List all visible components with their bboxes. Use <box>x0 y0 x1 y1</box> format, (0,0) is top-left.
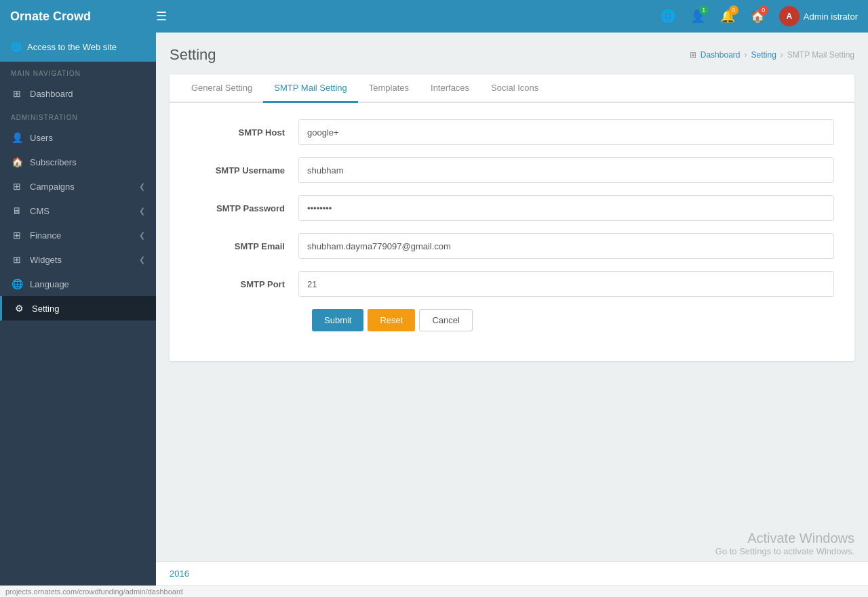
smtp-port-group: SMTP Port <box>190 271 834 297</box>
smtp-email-input[interactable] <box>298 233 834 259</box>
sidebar-item-dashboard[interactable]: ⊞ Dashboard <box>0 81 156 106</box>
tab-general-setting[interactable]: General Setting <box>180 75 263 103</box>
tab-social-icons[interactable]: Social Icons <box>480 75 549 103</box>
help-icon-btn[interactable]: 🌐 <box>656 4 680 28</box>
main-content: Setting ⊞ Dashboard › Setting › SMTP Mai… <box>156 33 868 585</box>
smtp-username-label: SMTP Username <box>190 165 298 176</box>
footer-year: 2016 <box>170 569 189 579</box>
admin-name-label: Admin istrator <box>804 12 858 22</box>
sidebar-cms-label: CMS <box>30 206 50 216</box>
admin-label: ADMINISTRATION <box>0 106 156 125</box>
submit-button[interactable]: Submit <box>312 309 363 331</box>
smtp-port-input[interactable] <box>298 271 834 297</box>
header-icons: 🌐 👤 1 🔔 0 🏠 0 A Admin istrator <box>656 4 858 28</box>
sidebar-widgets-label: Widgets <box>30 255 62 265</box>
bell-badge: 0 <box>729 5 738 15</box>
smtp-port-label: SMTP Port <box>190 279 298 289</box>
top-header: Ornate Crowd ☰ 🌐 👤 1 🔔 0 🏠 0 A Admin ist… <box>0 0 868 33</box>
smtp-password-group: SMTP Password <box>190 195 834 221</box>
layout: 🌐 Access to the Web site MAIN NAVIGATION… <box>0 33 868 585</box>
sidebar: 🌐 Access to the Web site MAIN NAVIGATION… <box>0 33 156 585</box>
hamburger-icon[interactable]: ☰ <box>156 9 167 24</box>
settings-card: General Setting SMTP Mail Setting Templa… <box>170 75 854 361</box>
smtp-host-group: SMTP Host <box>190 119 834 145</box>
page-title: Setting <box>170 46 216 64</box>
finance-chevron-icon: ❮ <box>139 231 145 240</box>
sidebar-users-label: Users <box>30 133 53 143</box>
sidebar-setting-label: Setting <box>32 304 59 314</box>
sidebar-access-link[interactable]: 🌐 Access to the Web site <box>0 33 156 62</box>
page-header: Setting ⊞ Dashboard › Setting › SMTP Mai… <box>170 46 854 64</box>
cms-chevron-icon: ❮ <box>139 207 145 215</box>
smtp-password-label: SMTP Password <box>190 203 298 213</box>
sidebar-campaigns-label: Campaigns <box>30 182 75 192</box>
sidebar-item-widgets[interactable]: ⊞ Widgets ❮ <box>0 247 156 272</box>
sidebar-item-users[interactable]: 👤 Users <box>0 125 156 150</box>
status-bar: projects.ornatets.com/crowdfunding/admin… <box>0 585 868 597</box>
breadcrumb-sep1: › <box>744 50 747 60</box>
cancel-button[interactable]: Cancel <box>419 309 472 331</box>
breadcrumb-setting[interactable]: Setting <box>751 50 776 60</box>
widgets-icon: ⊞ <box>11 254 23 265</box>
sidebar-language-label: Language <box>30 279 69 289</box>
sidebar-item-campaigns[interactable]: ⊞ Campaigns ❮ <box>0 174 156 199</box>
access-label: Access to the Web site <box>27 42 117 52</box>
sidebar-subscribers-label: Subscribers <box>30 157 77 167</box>
globe-icon: 🌐 <box>11 42 22 52</box>
bell-icon-btn[interactable]: 🔔 0 <box>715 4 740 28</box>
cms-icon: 🖥 <box>11 205 23 216</box>
dashboard-icon: ⊞ <box>11 88 23 99</box>
user-icon-btn[interactable]: 👤 1 <box>686 4 710 28</box>
users-icon: 👤 <box>11 132 23 143</box>
setting-icon: ⚙ <box>13 303 25 314</box>
home-badge: 0 <box>759 5 768 15</box>
avatar: A <box>779 6 800 26</box>
sidebar-item-setting[interactable]: ⚙ Setting <box>0 296 156 321</box>
smtp-username-group: SMTP Username <box>190 157 834 183</box>
smtp-password-input[interactable] <box>298 195 834 221</box>
subscribers-icon: 🏠 <box>11 157 23 167</box>
widgets-chevron-icon: ❮ <box>139 255 145 264</box>
settings-tabs: General Setting SMTP Mail Setting Templa… <box>170 75 854 103</box>
main-nav-label: MAIN NAVIGATION <box>0 62 156 81</box>
smtp-host-label: SMTP Host <box>190 127 298 138</box>
main-footer: 2016 <box>156 561 868 585</box>
sidebar-item-finance[interactable]: ⊞ Finance ❮ <box>0 223 156 247</box>
breadcrumb-sep2: › <box>781 50 783 60</box>
admin-user[interactable]: A Admin istrator <box>779 6 858 26</box>
breadcrumb: ⊞ Dashboard › Setting › SMTP Mail Settin… <box>690 50 854 60</box>
smtp-username-input[interactable] <box>298 157 834 183</box>
breadcrumb-dashboard[interactable]: Dashboard <box>701 50 741 60</box>
breadcrumb-current: SMTP Mail Setting <box>787 50 854 60</box>
sidebar-finance-label: Finance <box>30 230 61 241</box>
tab-smtp-mail-setting[interactable]: SMTP Mail Setting <box>263 75 357 103</box>
content-area: Setting ⊞ Dashboard › Setting › SMTP Mai… <box>156 33 868 561</box>
tab-templates[interactable]: Templates <box>358 75 420 103</box>
user-badge: 1 <box>699 5 709 15</box>
brand-name: Ornate Crowd <box>10 9 156 24</box>
sidebar-item-subscribers[interactable]: 🏠 Subscribers <box>0 150 156 174</box>
smtp-email-label: SMTP Email <box>190 241 298 251</box>
campaigns-chevron-icon: ❮ <box>139 182 145 191</box>
status-url: projects.ornatets.com/crowdfunding/admin… <box>5 588 183 596</box>
language-icon: 🌐 <box>11 279 23 289</box>
smtp-form: SMTP Host SMTP Username SMTP Password SM… <box>170 103 854 348</box>
sidebar-item-language[interactable]: 🌐 Language <box>0 272 156 296</box>
help-icon: 🌐 <box>660 9 675 24</box>
home-icon-btn[interactable]: 🏠 0 <box>745 4 770 28</box>
smtp-email-group: SMTP Email <box>190 233 834 259</box>
finance-icon: ⊞ <box>11 230 23 241</box>
smtp-host-input[interactable] <box>298 119 834 145</box>
form-actions: Submit Reset Cancel <box>312 309 834 331</box>
tab-interfaces[interactable]: Interfaces <box>420 75 480 103</box>
reset-button[interactable]: Reset <box>368 309 415 331</box>
breadcrumb-home-icon: ⊞ <box>690 50 696 60</box>
sidebar-dashboard-label: Dashboard <box>30 89 73 99</box>
sidebar-item-cms[interactable]: 🖥 CMS ❮ <box>0 199 156 223</box>
campaigns-icon: ⊞ <box>11 181 23 192</box>
